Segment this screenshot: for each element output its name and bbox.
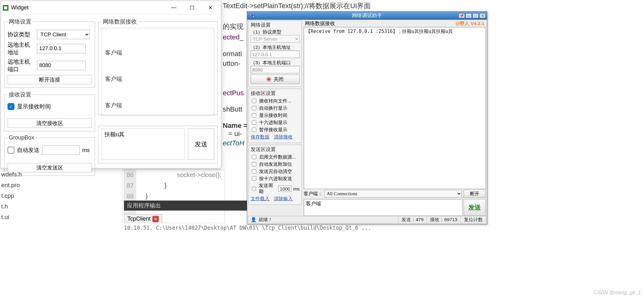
legend: 接收设置 [8,91,33,98]
legend: GroupBox [8,134,35,141]
link-clear-input[interactable]: 清除输入 [274,196,293,202]
port-input[interactable] [37,61,86,70]
disconnect-button[interactable]: 断开 [464,190,486,198]
code-frag: utton- [223,58,240,69]
file-item[interactable]: t.h [1,201,122,212]
minimize-button[interactable]: — [466,13,472,18]
link-clear-rx[interactable]: 清除接收 [274,134,293,140]
svg-rect-1 [253,16,254,17]
minimize-button[interactable]: — [169,5,179,11]
status-ready: 就绪！ [258,217,273,223]
status-bar: 👤就绪！ 发送：479 接收：69713 复位计数 [248,216,486,223]
label-port: 远地主机端口 [8,58,35,73]
panel-header: 发送区设置 [251,146,300,153]
close-icon[interactable]: ✕ [152,216,159,222]
reset-counter-button[interactable]: 复位计数 [460,216,486,223]
code-frag: ectToH [223,138,244,149]
host-input[interactable] [251,50,300,58]
show-time-checkbox[interactable]: ✓ [8,103,14,110]
group-network-settings: 网络设置 协议类型 TCP Client 远地主机地址 远地主机端口 断开连接 [4,18,95,88]
titlebar[interactable]: Widget — ☐ ✕ [1,1,221,15]
legend: 网络数据接收 [102,18,138,25]
auto-send-checkbox[interactable] [8,147,14,154]
chk-rx-to-file[interactable]: 接收转向文件... [251,98,300,104]
tx-input[interactable]: 客户端 [304,199,462,216]
chk-file-source[interactable]: 启用文件数据源... [251,154,300,160]
tab-label: TcpClient [127,216,151,222]
show-time-label: 显示接收时间 [17,103,51,110]
rx-header: 网络数据接收 [305,20,335,27]
auto-send-interval-input[interactable] [42,145,80,155]
output-title: 应用程序输出 [127,202,161,209]
label-host: 远地主机地址 [8,41,35,56]
record-icon [267,77,271,81]
group-tx: 扶额u其 发送 [98,126,218,163]
panel-network: 网络设置 （1）协议类型 TCP Server （2）本地主机地址 （3）本地主… [248,20,302,87]
close-conn-button[interactable]: 关闭 [251,75,300,84]
console-log-line: 10.10.51. C:\Users\14027\Desktop\AT DW\0… [124,225,371,231]
assistant-titlebar[interactable]: 网络调试助手 📌 — □ ✕ [247,12,487,20]
close-button[interactable]: ✕ [479,13,486,18]
widget-window: Widget — ☐ ✕ 网络设置 协议类型 TCP Client 远地主机地址… [1,1,221,168]
label-protocol: （1）协议类型 [251,29,300,35]
label-host: （2）本地主机地址 [251,44,300,50]
host-input[interactable] [37,44,86,53]
protocol-select[interactable]: TCP Server [251,35,300,43]
window-title: Widget [11,4,29,11]
disconnect-button[interactable]: 断开连接 [8,75,92,84]
tx-textarea[interactable]: 扶额u其 [102,128,185,160]
chk-auto-clear[interactable]: 发送完自动清空 [251,168,300,175]
clear-rx-button[interactable]: 清空接收区 [8,118,92,128]
ms-label: ms [82,147,90,154]
target-select[interactable]: All Connections [324,190,462,197]
chk-auto-append[interactable]: 自动发送附加位 [251,161,300,167]
panel-header: 网络设置 [251,22,300,29]
link-load-file[interactable]: 文件载入 [251,196,269,202]
auto-send-label: 自动发送 [17,146,40,154]
label-port: （3）本地主机端口 [251,60,300,66]
output-tabs: TcpClient ✕ [124,212,162,223]
rx-log-area[interactable]: 【Receive from 127.0.0.1 :25316】：扶额u其扶额u其… [304,27,486,189]
svg-rect-0 [249,14,251,15]
label-protocol: 协议类型 [8,31,35,38]
port-input[interactable] [251,66,300,73]
pin-icon[interactable]: 📌 [459,13,465,18]
assistant-window: 网络调试助手 📌 — □ ✕ 网络设置 （1）协议类型 TCP Server （… [247,11,487,224]
close-button[interactable]: ✕ [205,5,215,11]
tab-tcpclient[interactable]: TcpClient ✕ [124,214,162,223]
link-save-data[interactable]: 保存数据 [251,134,269,140]
panel-header: 接收区设置 [251,90,300,97]
maximize-button[interactable]: ☐ [187,5,197,11]
app-icon [3,5,8,11]
code-frag: = ui- [228,128,242,139]
protocol-select[interactable]: TCP Client [37,30,90,39]
send-button[interactable]: 发送 [464,199,486,216]
file-item[interactable]: t.cpp [1,191,122,201]
code-frag: ormati [223,49,242,59]
legend: 网络设置 [8,18,33,25]
user-icon: 👤 [251,217,257,222]
code-line: TextEdit->setPlainText(str);//将数据展示在UI界面 [223,1,371,11]
period-input[interactable] [278,186,291,192]
rx-textarea[interactable]: 客户端 客户端 客户端 [2024-05-05 19:23:50] 客户端 [2… [102,28,214,116]
chk-hex-rx[interactable]: 十六进制显示 [251,119,300,126]
code-frag: shButt [223,104,242,115]
group-rx-data: 网络数据接收 客户端 客户端 客户端 [2024-05-05 19:23:50]… [98,18,218,115]
status-sent: 发送：479 [398,216,427,223]
watermark: CSDN @meng_ge_1 [593,290,641,295]
send-button[interactable]: 发送 [188,128,214,160]
chk-autowrap[interactable]: 自动换行显示 [251,105,300,111]
target-label: 客户端： [304,191,322,197]
clear-tx-button[interactable]: 清空发送区 [8,163,92,172]
status-recv: 接收：69713 [427,216,460,223]
chk-pause-rx[interactable]: 暂停接收显示 [251,127,300,133]
chk-send-period[interactable]: 发送周期 ms [251,183,300,195]
group-rx-settings: 接收设置 ✓ 显示接收时间 清空接收区 [4,91,95,131]
maximize-button[interactable]: □ [472,13,479,18]
file-item[interactable]: t.ui [1,212,122,222]
chk-hex-tx[interactable]: 按十六进制发送 [251,175,300,182]
group-box: GroupBox 自动发送 ms 清空发送区 [4,134,95,176]
assistant-title: 网络调试助手 [352,13,382,19]
app-icon [249,13,255,18]
chk-show-time[interactable]: 显示接收时间 [251,112,300,118]
